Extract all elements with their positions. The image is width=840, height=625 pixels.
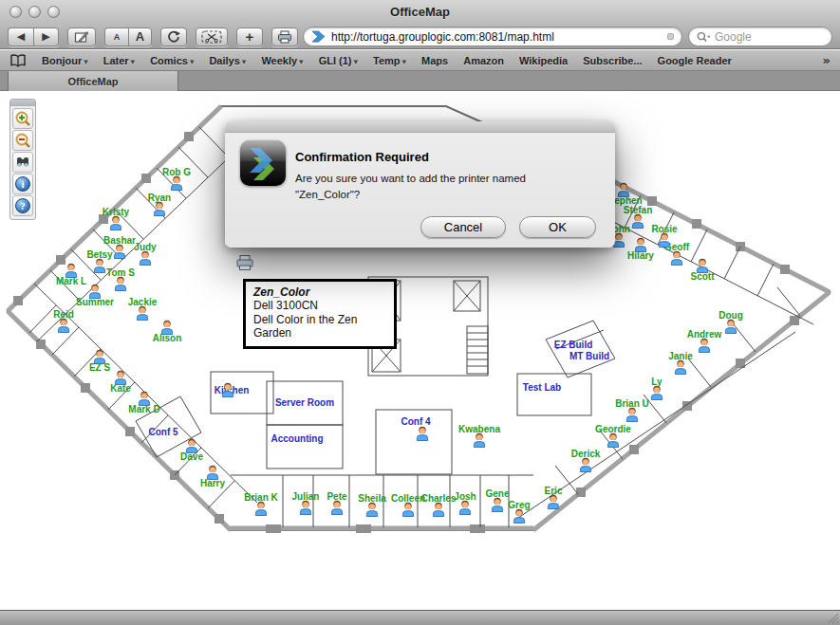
person-marker[interactable]: Alison	[159, 320, 175, 335]
person-marker[interactable]: Mark L	[64, 263, 79, 278]
person-marker[interactable]: Brian U	[625, 407, 640, 422]
person-name: Kate	[110, 383, 131, 394]
person-marker[interactable]: Tom S	[113, 276, 128, 291]
person-marker[interactable]: Doug	[723, 319, 738, 334]
person-marker[interactable]: Colleen	[401, 502, 416, 517]
person-marker[interactable]: Julian	[298, 500, 313, 515]
person-marker[interactable]: Derick	[578, 457, 593, 472]
person-marker[interactable]: Greg	[512, 508, 527, 524]
text-smaller-button[interactable]: A	[104, 28, 128, 46]
person-marker[interactable]: Rob G	[169, 175, 184, 191]
person-marker[interactable]: Kristy	[108, 215, 123, 230]
text-larger-button[interactable]: A	[128, 28, 152, 46]
person-marker[interactable]: Harry	[205, 465, 220, 480]
zoom-out-button[interactable]	[12, 130, 33, 151]
person-marker[interactable]: Geoff	[669, 250, 684, 266]
printer-description: Dell Color in the Zen Garden	[253, 313, 386, 340]
info-icon: i	[15, 176, 30, 192]
new-tab-button[interactable]: +	[236, 28, 263, 46]
person-marker[interactable]	[220, 382, 235, 397]
cancel-button[interactable]: Cancel	[420, 216, 506, 238]
resize-grip[interactable]	[826, 611, 839, 624]
person-marker[interactable]: Jackie	[135, 305, 150, 321]
person-marker[interactable]: Bashar	[112, 244, 127, 259]
bookmark-item[interactable]: Wikipedia	[519, 55, 568, 66]
address-extra-icon[interactable]	[667, 33, 674, 40]
person-marker[interactable]: Ly	[649, 385, 664, 400]
person-marker[interactable]: EZ S	[92, 349, 107, 364]
find-button[interactable]	[12, 152, 33, 173]
zoom-out-icon	[14, 132, 31, 149]
person-name: Andrew	[687, 329, 722, 340]
person-marker[interactable]: Sheila	[364, 502, 380, 517]
person-name: Colleen	[391, 493, 425, 504]
person-marker[interactable]: Brian K	[253, 501, 269, 516]
person-name: Rob G	[162, 167, 191, 177]
zoom-in-button[interactable]	[12, 108, 33, 129]
tab-officemap[interactable]: OfficeMap	[8, 71, 178, 91]
person-name: Greg	[508, 500, 530, 510]
person-marker[interactable]: Mark D	[137, 391, 152, 406]
person-marker[interactable]: Eric	[546, 494, 561, 509]
search-icon	[697, 31, 711, 43]
person-marker[interactable]: Kate	[113, 370, 128, 385]
webclip-button[interactable]	[196, 28, 228, 46]
person-marker[interactable]: Scott	[695, 258, 710, 273]
search-field[interactable]: Google	[688, 27, 832, 46]
person-name: Janie	[668, 351, 693, 361]
person-marker[interactable]: Ryan	[152, 201, 167, 216]
bookmark-item[interactable]: Dailys	[209, 55, 246, 66]
person-marker[interactable]: Andrew	[697, 338, 712, 353]
person-icon	[472, 432, 487, 448]
app-logo-icon	[240, 140, 286, 186]
forward-button[interactable]: ▶	[33, 28, 59, 46]
bookmark-item[interactable]: Comics	[150, 55, 194, 66]
map-toolbar-handle[interactable]	[10, 100, 35, 106]
bookmark-item[interactable]: Amazon	[463, 55, 504, 66]
person-marker[interactable]: Hilary	[633, 237, 648, 252]
person-marker[interactable]: Josh	[457, 500, 473, 515]
window-chrome: OfficeMap ◀ ▶ A A	[0, 0, 840, 49]
person-marker[interactable]: Janie	[673, 359, 688, 375]
compose-button[interactable]	[67, 28, 96, 46]
address-bar[interactable]: http://tortuga.grouplogic.com:8081/map.h…	[303, 27, 682, 46]
person-name: Bashar	[103, 235, 136, 246]
bookmark-item[interactable]: Weekly	[261, 55, 303, 66]
bookmarks-overflow-chevron[interactable]: »	[823, 53, 831, 67]
bookmarks-book-icon[interactable]	[9, 53, 27, 67]
bookmark-item[interactable]: Google Reader	[658, 55, 732, 66]
bookmark-item[interactable]: Temp	[373, 55, 406, 66]
help-button[interactable]: ?	[12, 195, 33, 216]
person-marker[interactable]: Kwabena	[472, 432, 487, 448]
person-icon	[364, 502, 380, 517]
person-marker[interactable]: Geordie	[606, 432, 621, 448]
person-marker[interactable]: Judy	[138, 250, 153, 266]
person-icon	[415, 426, 430, 441]
person-marker[interactable]: Betsy	[92, 258, 107, 273]
bookmark-item[interactable]: Later	[103, 55, 135, 66]
bookmark-item[interactable]: Maps	[421, 55, 448, 66]
person-marker[interactable]: Charles	[431, 502, 446, 517]
reload-button[interactable]	[160, 28, 187, 46]
person-marker[interactable]: Reid	[56, 318, 71, 333]
person-icon	[512, 508, 527, 524]
person-marker[interactable]: Stephen	[616, 182, 631, 197]
person-marker[interactable]: Summer	[87, 284, 103, 299]
bookmark-item[interactable]: Bonjour	[42, 55, 88, 66]
person-marker[interactable]: Rosie	[657, 232, 672, 248]
person-name: Rosie	[651, 224, 677, 234]
person-marker[interactable]: Stefan	[630, 213, 645, 229]
help-icon: ?	[15, 198, 30, 213]
person-marker[interactable]: Dave	[184, 438, 199, 453]
back-button[interactable]: ◀	[8, 28, 33, 46]
person-marker[interactable]: Gene	[490, 497, 505, 512]
bookmark-item[interactable]: Subscribe...	[583, 55, 642, 66]
person-name: Gene	[485, 488, 509, 499]
print-button[interactable]	[271, 28, 298, 46]
person-marker[interactable]	[415, 426, 430, 441]
bookmark-item[interactable]: GLI (1)	[319, 55, 358, 66]
printer-location-icon[interactable]	[235, 254, 254, 271]
person-marker[interactable]: Pete	[329, 500, 345, 515]
ok-button[interactable]: OK	[519, 216, 596, 238]
info-button[interactable]: i	[12, 174, 33, 194]
